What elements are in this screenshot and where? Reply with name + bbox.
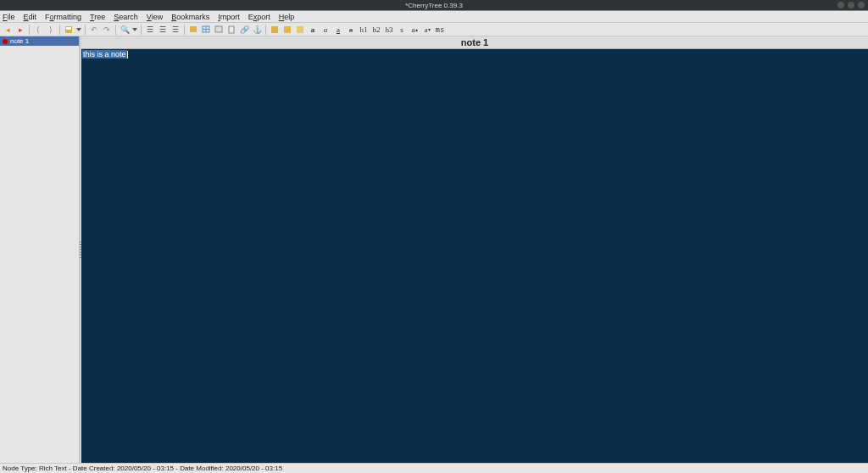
italic-button[interactable]: a	[320, 25, 331, 35]
toolbar-separator	[59, 25, 60, 35]
text-editor[interactable]: this is a note	[81, 49, 868, 463]
color-bg-icon[interactable]	[282, 25, 292, 35]
tree-item[interactable]: note 1	[0, 36, 79, 46]
insert-anchor-icon[interactable]: ⚓	[252, 25, 262, 35]
node-title: note 1	[81, 36, 868, 49]
text-cursor	[127, 51, 128, 58]
menu-edit[interactable]: Edit	[24, 13, 37, 21]
svg-rect-10	[297, 26, 303, 33]
app-window: File Edit Formatting Tree Search View Bo…	[0, 10, 868, 473]
tree-item-label: note 1	[10, 37, 29, 45]
toolbar-separator	[265, 25, 266, 35]
nav-forward-icon[interactable]: ⟩	[46, 25, 56, 35]
undo-icon[interactable]: ↶	[89, 25, 99, 35]
menu-formatting[interactable]: Formatting	[45, 13, 81, 21]
toolbar-separator	[85, 25, 86, 35]
editor-content: this is a note	[82, 50, 127, 58]
subscript-button[interactable]: a▾	[422, 25, 432, 35]
title-bar: *CherryTree 0.39.3	[0, 0, 868, 10]
redo-icon[interactable]: ↷	[102, 25, 112, 35]
insert-codebox-icon[interactable]	[214, 25, 224, 35]
color-fg-icon[interactable]	[270, 25, 280, 35]
superscript-button[interactable]: a▴	[409, 25, 420, 35]
svg-rect-8	[271, 26, 278, 33]
maximize-button[interactable]	[848, 2, 854, 8]
monospace-button[interactable]: ms	[435, 25, 445, 35]
toolbar-separator	[29, 25, 30, 35]
menu-import[interactable]: Import	[218, 13, 240, 21]
insert-link-icon[interactable]: 🔗	[239, 25, 249, 35]
minimize-button[interactable]	[837, 2, 844, 8]
menu-tree[interactable]: Tree	[90, 13, 105, 21]
strike-button[interactable]: a	[346, 25, 356, 35]
toolbar-separator	[184, 25, 185, 35]
window-buttons	[837, 2, 865, 8]
svg-rect-1	[66, 27, 71, 30]
todo-list-icon[interactable]: ☰	[170, 25, 181, 35]
menu-help[interactable]: Help	[279, 13, 295, 21]
nav-back-icon[interactable]: ⟨	[33, 25, 43, 35]
svg-rect-6	[215, 26, 222, 32]
main-body: note 1 note 1 this is a note	[0, 36, 868, 463]
tree-panel[interactable]: note 1	[0, 36, 80, 463]
insert-image-icon[interactable]	[188, 25, 198, 35]
color-clear-icon[interactable]	[295, 25, 305, 35]
svg-rect-7	[229, 26, 234, 33]
svg-rect-9	[284, 26, 291, 33]
insert-file-icon[interactable]	[226, 25, 236, 35]
status-text: Node Type: Rich Text - Date Created: 202…	[3, 465, 282, 472]
menu-export[interactable]: Export	[248, 13, 270, 21]
h2-button[interactable]: h2	[371, 25, 381, 35]
insert-table-icon[interactable]	[201, 25, 211, 35]
svg-rect-2	[190, 26, 197, 32]
save-dropdown[interactable]	[76, 25, 81, 35]
arrow-left-icon[interactable]: ◂	[3, 25, 13, 35]
zoom-dropdown[interactable]	[132, 25, 137, 35]
bold-button[interactable]: a	[308, 25, 318, 35]
toolbar: ◂ ▸ ⟨ ⟩ ↶ ↷ 🔍 ☰ ☰ ☰ 🔗 ⚓ a a a a h1 h2 h3	[0, 23, 868, 36]
zoom-in-icon[interactable]: 🔍	[120, 25, 130, 35]
menu-bar: File Edit Formatting Tree Search View Bo…	[0, 11, 868, 23]
node-bullet-icon	[3, 39, 8, 44]
bullet-list-icon[interactable]: ☰	[145, 25, 155, 35]
editor-panel: note 1 this is a note	[81, 36, 868, 463]
close-button[interactable]	[858, 2, 865, 8]
toolbar-separator	[115, 25, 116, 35]
menu-bookmarks[interactable]: Bookmarks	[171, 13, 209, 21]
underline-button[interactable]: a	[333, 25, 343, 35]
save-icon[interactable]	[64, 25, 74, 35]
small-button[interactable]: s	[397, 25, 407, 35]
window-title: *CherryTree 0.39.3	[405, 2, 463, 9]
menu-search[interactable]: Search	[114, 13, 138, 21]
menu-file[interactable]: File	[3, 13, 15, 21]
toolbar-separator	[141, 25, 142, 35]
menu-view[interactable]: View	[147, 13, 163, 21]
h3-button[interactable]: h3	[384, 25, 394, 35]
h1-button[interactable]: h1	[359, 25, 369, 35]
editor-wrap: this is a note	[81, 49, 868, 463]
numbered-list-icon[interactable]: ☰	[158, 25, 168, 35]
arrow-right-icon[interactable]: ▸	[15, 25, 25, 35]
status-bar: Node Type: Rich Text - Date Created: 202…	[0, 463, 868, 473]
